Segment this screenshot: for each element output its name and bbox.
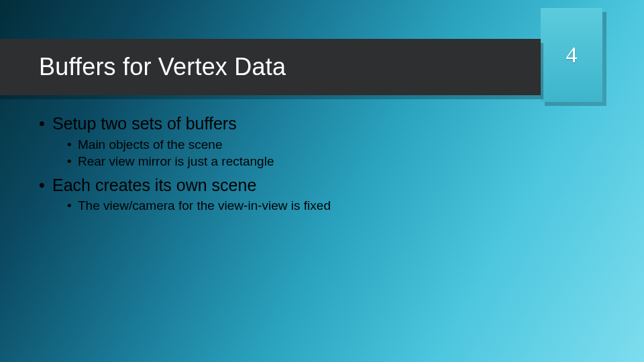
bullet-text: Setup two sets of buffers bbox=[52, 114, 237, 133]
title-bar: Buffers for Vertex Data bbox=[0, 39, 644, 95]
bullet-level1: Setup two sets of buffers Main objects o… bbox=[39, 113, 617, 170]
bullet-text: The view/camera for the view-in-view is … bbox=[78, 198, 331, 213]
bullet-level2: Rear view mirror is just a rectangle bbox=[52, 153, 617, 170]
slide-title: Buffers for Vertex Data bbox=[39, 53, 286, 81]
bullet-text: Main objects of the scene bbox=[78, 137, 222, 152]
bullet-text: Rear view mirror is just a rectangle bbox=[78, 154, 274, 168]
slide-body: Setup two sets of buffers Main objects o… bbox=[39, 113, 617, 219]
bullet-level1: Each creates its own scene The view/came… bbox=[39, 174, 617, 215]
bullet-level2: The view/camera for the view-in-view is … bbox=[52, 197, 617, 215]
title-bar-bg: Buffers for Vertex Data bbox=[0, 39, 541, 95]
bullet-level2: Main objects of the scene bbox=[52, 136, 617, 154]
bullet-text: Each creates its own scene bbox=[52, 176, 256, 194]
